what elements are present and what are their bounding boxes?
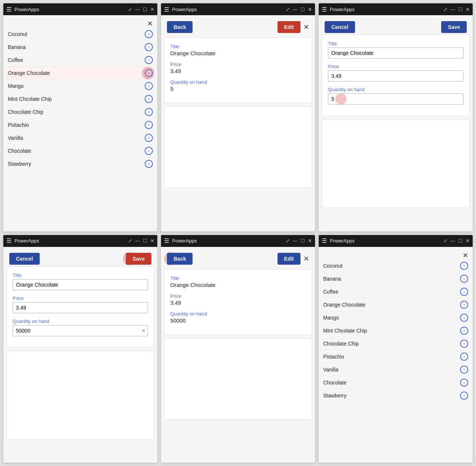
arrow-mint-6[interactable]: ›: [460, 327, 468, 335]
list-item-pistachio-6[interactable]: Pistachio ›: [322, 350, 470, 363]
list-item-mango-1[interactable]: Mango ›: [6, 80, 154, 93]
list-item-orange-choc-6[interactable]: Orange Chocolate ›: [322, 298, 470, 311]
arrow-strawberry-1[interactable]: ›: [145, 160, 153, 168]
list-close-btn-1[interactable]: ✕: [147, 20, 153, 28]
list-item-vanilla-6[interactable]: Vanilla ›: [322, 363, 470, 376]
arrow-coffee-1[interactable]: ›: [145, 56, 153, 64]
arrow-coconut-1[interactable]: ›: [145, 30, 153, 38]
detail-card-5: Title Orange Chocolate Price 3.49 Quanti…: [164, 269, 312, 335]
titlebar-4: ☰ PowerApps ⤢ — ☐ ✕: [3, 235, 157, 247]
menu-icon-3[interactable]: ☰: [322, 6, 327, 13]
expand-icon-2[interactable]: ⤢: [286, 7, 290, 12]
back-button-2[interactable]: Back: [167, 21, 193, 33]
close-icon-6[interactable]: ✕: [466, 238, 470, 244]
edit-button-2[interactable]: Edit: [278, 21, 301, 33]
title-label-2: Title: [170, 44, 306, 49]
restore-icon-1[interactable]: ☐: [143, 7, 147, 12]
list-item-coconut-6[interactable]: Coconut ›: [322, 260, 470, 272]
form-input-title-4[interactable]: [13, 279, 148, 290]
arrow-chocchip-6[interactable]: ›: [460, 340, 468, 348]
menu-icon-2[interactable]: ☰: [164, 6, 169, 13]
arrow-mint-1[interactable]: ›: [145, 95, 153, 103]
list-item-pistachio-1[interactable]: Pistachio ›: [6, 119, 154, 132]
detail-view-2: Back Edit ✕ Title Orange Chocolate Price…: [161, 15, 315, 231]
arrow-coffee-6[interactable]: ›: [460, 288, 468, 296]
restore-icon-6[interactable]: ☐: [458, 238, 463, 244]
menu-icon-1[interactable]: ☰: [6, 6, 12, 13]
close-btn-2[interactable]: ✕: [303, 23, 309, 31]
arrow-chocchip-1[interactable]: ›: [145, 108, 153, 116]
menu-icon-5[interactable]: ☰: [164, 237, 169, 244]
list-item-chocolate-6[interactable]: Chocolate ›: [322, 376, 470, 389]
list-item-chocolate-1[interactable]: Chocolate ›: [6, 145, 154, 158]
expand-icon-5[interactable]: ⤢: [286, 238, 290, 244]
arrow-orange-choc-6[interactable]: ›: [460, 301, 468, 309]
list-item-vanilla-1[interactable]: Vanilla ›: [6, 132, 154, 145]
arrow-strawberry-6[interactable]: ›: [460, 391, 468, 400]
arrow-banana-1[interactable]: ›: [145, 43, 153, 51]
edit-button-5[interactable]: Edit: [278, 253, 301, 265]
list-item-strawberry-1[interactable]: Stawberry ›: [6, 158, 154, 171]
list-item-banana-1[interactable]: Banana ›: [6, 41, 154, 54]
arrow-pistachio-1[interactable]: ›: [145, 121, 153, 129]
input-clear-icon-4[interactable]: ✕: [141, 328, 146, 334]
restore-icon-4[interactable]: ☐: [143, 238, 147, 244]
back-button-5[interactable]: Back: [167, 253, 193, 265]
form-label-title-3: Title: [328, 41, 463, 46]
list-item-chocchip-6[interactable]: Chocolate Chip ›: [322, 337, 470, 350]
arrow-mango-6[interactable]: ›: [460, 314, 468, 322]
list-item-coffee-1[interactable]: Coffee ›: [6, 54, 154, 67]
expand-icon-1[interactable]: ⤢: [128, 7, 132, 12]
list-item-coconut-1[interactable]: Coconut ›: [6, 28, 154, 41]
list-item-mint-1[interactable]: Mint Chcolate Chip ›: [6, 93, 154, 106]
arrow-mango-1[interactable]: ›: [145, 82, 153, 90]
cancel-button-3[interactable]: Cancel: [325, 21, 355, 33]
close-icon-2[interactable]: ✕: [308, 7, 312, 12]
list-item-mango-6[interactable]: Mango ›: [322, 311, 470, 324]
arrow-banana-6[interactable]: ›: [460, 275, 468, 283]
minimize-icon-5[interactable]: —: [293, 238, 298, 244]
close-btn-5[interactable]: ✕: [303, 255, 309, 263]
cancel-button-4[interactable]: Cancel: [9, 253, 40, 265]
expand-icon-3[interactable]: ⤢: [443, 7, 447, 12]
restore-icon-3[interactable]: ☐: [458, 7, 463, 12]
restore-icon-5[interactable]: ☐: [301, 238, 305, 244]
restore-icon-2[interactable]: ☐: [301, 7, 305, 12]
form-input-title-3[interactable]: [328, 47, 463, 59]
list-item-coffee-6[interactable]: Coffee ›: [322, 285, 470, 298]
menu-icon-6[interactable]: ☰: [322, 237, 327, 244]
save-button-3[interactable]: Save: [441, 21, 467, 33]
expand-icon-6[interactable]: ⤢: [443, 238, 447, 244]
titlebar-3: ☰ PowerApps ⤢ — ☐ ✕: [319, 3, 473, 15]
form-label-qty-3: Quantity on hand: [328, 87, 463, 92]
minimize-icon-6[interactable]: —: [450, 238, 455, 244]
minimize-icon-3[interactable]: —: [450, 7, 455, 12]
form-input-qty-4[interactable]: [13, 325, 148, 336]
form-input-qty-3[interactable]: [328, 93, 463, 105]
close-icon-4[interactable]: ✕: [150, 238, 154, 244]
menu-icon-4[interactable]: ☰: [6, 237, 12, 244]
list-item-strawberry-6[interactable]: Stawberry ›: [322, 389, 470, 402]
arrow-vanilla-1[interactable]: ›: [145, 134, 153, 142]
arrow-orange-choc-1[interactable]: ›: [145, 69, 153, 77]
form-input-price-3[interactable]: [328, 70, 463, 82]
arrow-pistachio-6[interactable]: ›: [460, 353, 468, 361]
arrow-vanilla-6[interactable]: ›: [460, 366, 468, 374]
close-icon-5[interactable]: ✕: [308, 238, 312, 244]
list-item-mint-6[interactable]: Mint Chcolate Chip ›: [322, 324, 470, 337]
form-input-price-4[interactable]: [13, 302, 148, 313]
close-icon-1[interactable]: ✕: [150, 7, 154, 12]
close-icon-3[interactable]: ✕: [466, 7, 470, 12]
expand-icon-4[interactable]: ⤢: [128, 238, 132, 244]
arrow-coconut-6[interactable]: ›: [460, 262, 468, 270]
minimize-icon-1[interactable]: —: [135, 7, 140, 12]
list-item-chocchip-1[interactable]: Chocolate Chip ›: [6, 106, 154, 119]
minimize-icon-2[interactable]: —: [293, 7, 298, 12]
minimize-icon-4[interactable]: —: [135, 238, 140, 244]
list-item-banana-6[interactable]: Banana ›: [322, 272, 470, 285]
save-button-4[interactable]: Save: [126, 253, 151, 265]
list-item-orange-choc-1[interactable]: Orange Chocolate ›: [6, 67, 154, 80]
arrow-chocolate-6[interactable]: ›: [460, 379, 468, 387]
list-close-btn-6[interactable]: ✕: [463, 251, 468, 260]
arrow-chocolate-1[interactable]: ›: [145, 147, 153, 155]
